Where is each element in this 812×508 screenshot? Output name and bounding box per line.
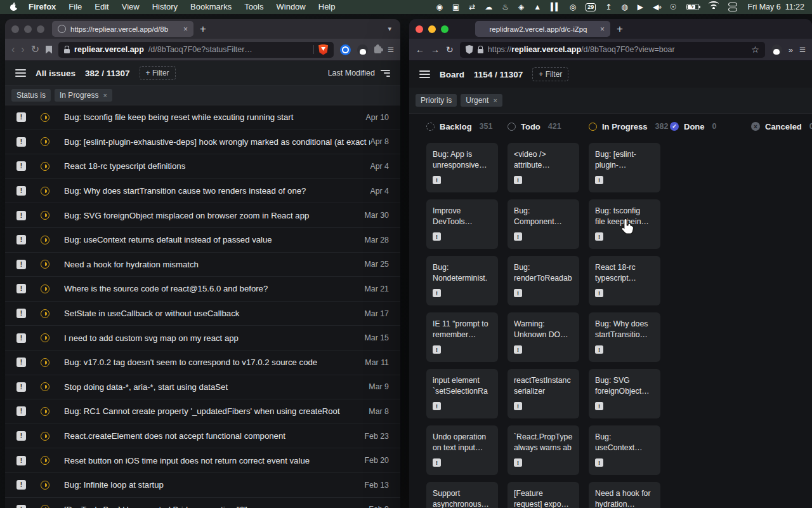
stats-icon[interactable]: ▍▍ xyxy=(551,0,560,14)
apple-icon[interactable] xyxy=(10,3,17,11)
minimize-window-button[interactable] xyxy=(24,25,32,33)
menu-clock[interactable]: Fri May 6 11:22 xyxy=(748,3,804,11)
address-bar[interactable]: repliear.vercel.app /d/8bTaoq7F0e?status… xyxy=(58,42,334,58)
board-card[interactable]: Bug: tsconfigfile keep bein…! xyxy=(589,199,660,249)
board-card[interactable]: Need a hook forhydration…! xyxy=(589,482,660,508)
filter-field-chip[interactable]: Status is xyxy=(11,89,51,102)
zoom-window-button[interactable] xyxy=(441,25,449,33)
menu-help[interactable]: Help xyxy=(312,0,342,14)
board-card[interactable]: Bug:Nondeterminist.! xyxy=(426,256,498,305)
sidebar-menu-button[interactable] xyxy=(15,69,26,77)
close-tab-icon[interactable]: × xyxy=(600,25,605,34)
display-icon[interactable]: ▣ xyxy=(452,0,459,14)
filter-value-chip[interactable]: In Progress × xyxy=(55,89,112,102)
issue-row[interactable]: !Reset button on iOS time input does not… xyxy=(5,448,400,473)
remove-filter-icon[interactable]: × xyxy=(493,97,497,104)
sidebar-menu-button[interactable] xyxy=(419,70,430,78)
new-tab-button[interactable]: + xyxy=(193,23,213,36)
issue-row[interactable]: !Bug: v17.0.2 tag doesn't seem to corres… xyxy=(5,351,400,375)
menu-view[interactable]: View xyxy=(115,0,146,14)
issue-row[interactable]: !Need a hook for hydration mismatchMar 2… xyxy=(5,253,400,277)
filter-value-chip[interactable]: Urgent × xyxy=(461,94,502,107)
issue-row[interactable]: !Bug: tsconfig file keep being reset whi… xyxy=(5,105,400,130)
new-tab-button[interactable]: + xyxy=(610,23,629,36)
board-card[interactable]: Bug: Why doesstartTransitio…! xyxy=(589,312,660,362)
reload-button[interactable]: ↻ xyxy=(31,44,39,55)
tab-list-button[interactable]: ▾ xyxy=(388,25,394,33)
issue-row[interactable]: !Bug: [eslint-plugin-exhaustive-deps] ho… xyxy=(5,130,400,155)
filter-field-chip[interactable]: Priority is xyxy=(416,94,457,107)
browser-menu-button[interactable]: ≡ xyxy=(799,44,806,55)
issue-row[interactable]: !React.createElement does not accept fun… xyxy=(5,424,400,449)
board-card[interactable]: Bug: SVGforeignObject…! xyxy=(589,369,660,418)
issue-row[interactable]: !Bug: Infinite loop at startupFeb 13 xyxy=(5,473,400,498)
issue-row[interactable]: !I need to add custom svg map on my reac… xyxy=(5,326,400,351)
board-card[interactable]: input element`setSelectionRa! xyxy=(426,369,498,418)
tracking-protection-shield-icon[interactable] xyxy=(466,45,473,54)
zoom-window-button[interactable] xyxy=(37,25,44,33)
add-filter-button[interactable]: + Filter xyxy=(532,67,568,81)
sort-control[interactable]: Last Modified xyxy=(328,69,390,77)
board-card[interactable]: React 18-rctypescript…! xyxy=(589,256,660,305)
browser-tab[interactable]: https://repliear.vercel.app/d/8b × xyxy=(52,21,193,37)
bookmark-star-icon[interactable]: ☆ xyxy=(751,44,759,55)
board-card[interactable]: ImproveDevTools…! xyxy=(426,199,498,249)
overflow-menu-icon[interactable]: » xyxy=(789,45,793,55)
close-tab-icon[interactable]: × xyxy=(183,25,188,34)
board-card[interactable]: reactTestInstancserializer! xyxy=(508,369,579,418)
close-window-button[interactable] xyxy=(416,25,423,33)
issue-row[interactable]: !Bug: SVG foreignObject misplaced on bro… xyxy=(5,203,400,228)
board-card[interactable]: Undo operationon text input…! xyxy=(426,425,498,475)
board-card[interactable]: Bug: App isunresponsive…! xyxy=(426,143,498,192)
browser-menu-button[interactable]: ≡ xyxy=(388,44,394,55)
menu-edit[interactable]: Edit xyxy=(88,0,115,14)
issue-row[interactable]: !Where is the source code of react@15.6.… xyxy=(5,277,400,302)
control-center-icon[interactable] xyxy=(728,3,737,11)
menu-history[interactable]: History xyxy=(146,0,184,14)
add-filter-button[interactable]: + Filter xyxy=(140,66,176,80)
back-button[interactable]: ← xyxy=(416,45,424,54)
minimize-window-button[interactable] xyxy=(428,25,436,33)
board-card[interactable]: Bug:Component…! xyxy=(508,199,579,249)
menu-firefox[interactable]: Firefox xyxy=(22,0,62,14)
issue-row[interactable]: !Bug: useContext returns default instead… xyxy=(5,228,400,253)
tray-icon[interactable]: ↥ xyxy=(605,0,612,14)
issue-row[interactable]: ![DevTools Bug] Unsupported Bridge opera… xyxy=(5,498,400,508)
play-icon[interactable]: ▶ xyxy=(638,0,643,14)
issue-row[interactable]: !React 18-rc typescript definitionsApr 4 xyxy=(5,154,400,179)
menu-file[interactable]: File xyxy=(62,0,88,14)
board-card[interactable]: Bug:useContext…! xyxy=(589,425,660,475)
board-card[interactable]: Warning:Unknown DO…! xyxy=(508,312,579,362)
volume-icon[interactable]: ◀» xyxy=(653,0,660,14)
dropbox-icon[interactable]: ◈ xyxy=(518,0,524,14)
issue-row[interactable]: !Stop doing data-*, aria-*, start using … xyxy=(5,375,400,400)
close-window-button[interactable] xyxy=(11,25,19,33)
menu-bookmarks[interactable]: Bookmarks xyxy=(184,0,238,14)
siri-icon[interactable]: ☉ xyxy=(670,0,677,14)
issue-row[interactable]: !Bug: RC1 Cannot create property '_updat… xyxy=(5,399,400,424)
homebrew-icon[interactable]: ♨ xyxy=(502,0,509,14)
extensions-icon[interactable] xyxy=(374,46,381,53)
menu-window[interactable]: Window xyxy=(270,0,312,14)
screen-record-icon[interactable]: ◉ xyxy=(436,0,442,14)
back-button[interactable]: ‹ xyxy=(11,44,15,55)
battery-icon[interactable]: ϟ xyxy=(686,4,699,10)
board-card[interactable]: <video />attribute…! xyxy=(508,143,579,192)
address-bar[interactable]: https:// repliear.vercel.app /d/8bTaoq7F… xyxy=(460,42,765,58)
remove-filter-icon[interactable]: × xyxy=(103,91,107,99)
forward-button[interactable]: → xyxy=(431,45,440,54)
sync-icon[interactable]: ⇄ xyxy=(469,0,475,14)
board-card[interactable]: IE 11 "prompt toremember…! xyxy=(426,312,498,362)
issue-row[interactable]: !SetState in useCallback or without useC… xyxy=(5,302,400,326)
vercel-icon[interactable]: ▲ xyxy=(534,0,541,14)
calendar-icon[interactable]: 29 xyxy=(586,3,596,11)
issue-row[interactable]: !Bug: Why does startTransition cause two… xyxy=(5,179,400,204)
bookmark-icon[interactable] xyxy=(46,46,52,54)
cloud-icon[interactable]: ☁ xyxy=(485,0,492,14)
board-card[interactable]: Bug:renderToReadab! xyxy=(508,256,579,305)
onepassword-icon[interactable]: ◎ xyxy=(570,0,576,14)
board-card[interactable]: [Featurerequest] expo…! xyxy=(508,482,579,508)
onepassword-extension-icon[interactable] xyxy=(340,44,351,55)
github-extension-icon[interactable] xyxy=(771,44,782,55)
wifi-icon[interactable] xyxy=(709,3,719,11)
